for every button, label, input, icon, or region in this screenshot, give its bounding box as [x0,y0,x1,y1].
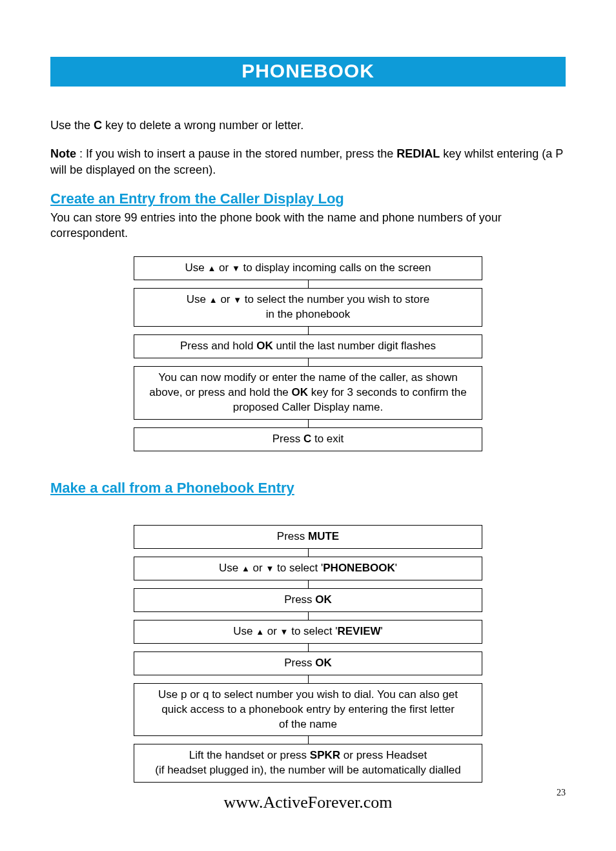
page-title: PHONEBOOK [241,60,375,82]
arrow-down-icon: ▼ [280,626,289,638]
step: Press and hold OK until the last number … [134,334,482,358]
connector [308,580,309,588]
arrow-up-icon: ▲ [256,626,264,638]
step: Use ▲ or ▼ to select 'REVIEW' [134,620,482,644]
step: Press OK [134,651,482,675]
arrow-up-icon: ▲ [209,294,218,306]
connector [308,612,309,620]
connector [308,358,309,366]
step: Use ▲ or ▼ to select the number you wish… [134,288,482,327]
flow-make-call: Press MUTE Use ▲ or ▼ to select 'PHONEBO… [134,525,482,783]
connector [308,420,309,427]
arrow-up-icon: ▲ [207,263,216,274]
connector [308,280,309,288]
connector [308,736,309,744]
intro-text: Use the C key to delete a wrong number o… [50,118,566,133]
step: Press OK [134,588,482,612]
page-title-bar: PHONEBOOK [50,57,566,87]
flow-create-entry: Use ▲ or ▼ to display incoming calls on … [134,256,482,451]
arrow-down-icon: ▼ [265,563,274,575]
connector [308,549,309,557]
step: You can now modify or enter the name of … [134,366,482,420]
arrow-down-icon: ▼ [232,263,240,274]
arrow-up-icon: ▲ [241,563,250,575]
step: Use ▲ or ▼ to select 'PHONEBOOK' [134,557,482,580]
arrow-down-icon: ▼ [233,294,241,306]
step: Use p or q to select number you wish to … [134,683,482,737]
connector [308,327,309,334]
step: Press C to exit [134,427,482,451]
step: Lift the handset or press SPKR or press … [134,744,482,783]
step: Use ▲ or ▼ to display incoming calls on … [134,256,482,280]
section2-heading: Make a call from a Phonebook Entry [50,480,566,497]
section1-desc: You can store 99 entries into the phone … [50,210,566,241]
connector [308,675,309,683]
section1-heading: Create an Entry from the Caller Display … [50,190,566,207]
note-text: Note : If you wish to insert a pause in … [50,146,566,178]
footer-url: www.ActiveForever.com [0,793,616,812]
connector [308,644,309,651]
step: Press MUTE [134,525,482,549]
